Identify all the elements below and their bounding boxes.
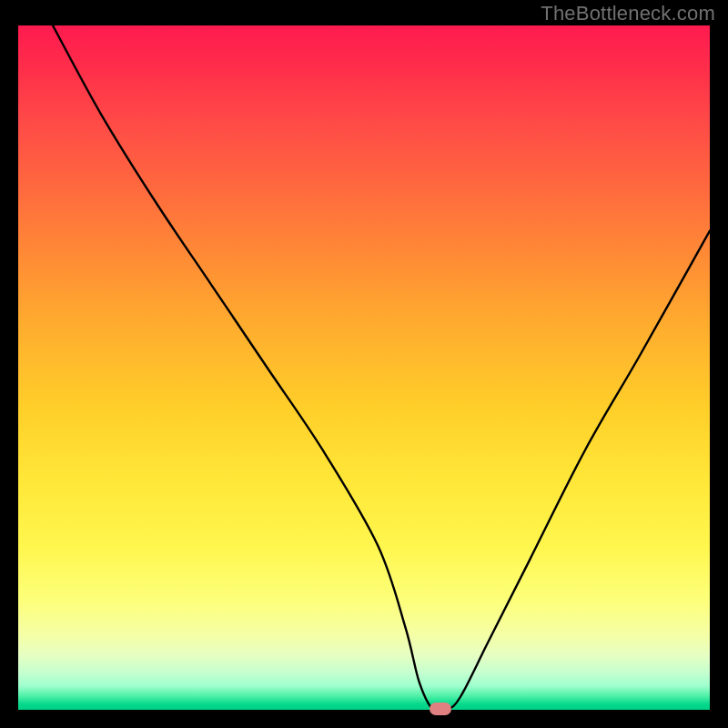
watermark-label: TheBottleneck.com	[541, 2, 715, 25]
chart-frame: TheBottleneck.com	[0, 0, 728, 728]
plot-area	[18, 25, 710, 710]
minimum-marker	[430, 703, 451, 715]
bottleneck-curve	[18, 25, 710, 710]
